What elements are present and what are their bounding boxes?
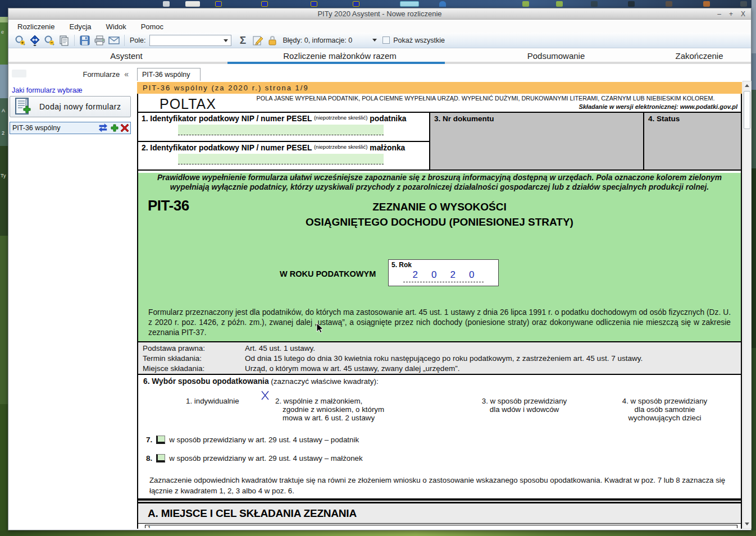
- row-8-checkbox[interactable]: [156, 454, 165, 462]
- desktop-text-fragment: Ty: [1, 173, 6, 178]
- edit-icon[interactable]: [251, 34, 265, 47]
- menu-widok[interactable]: Widok: [106, 22, 126, 31]
- option-3-wdowy[interactable]: 3. w sposób przewidziany dla wdów i wdow…: [472, 397, 576, 414]
- errors-dropdown-icon[interactable]: [372, 39, 377, 42]
- nr-dokumentu-field: 3. Nr dokumentu: [429, 113, 643, 169]
- desktop-text-fragment: 2: [2, 130, 4, 136]
- window-title: PITy 2020 Asystent - Nowe rozliczenie: [317, 10, 441, 18]
- menu-pomoc[interactable]: Pomoc: [141, 22, 163, 31]
- form-scrollbar[interactable]: [743, 81, 752, 529]
- nip-pesel-podatnika-label: 1. Identyfikator podatkowy NIP / numer P…: [138, 113, 429, 123]
- clipped-next-row: 1.: [138, 524, 741, 528]
- legal-section: Podstawa prawna:Art. 45 ust. 1 ustawy. T…: [138, 341, 741, 374]
- legal-value: Urząd, o którym mowa w art. 45 ustawy, z…: [245, 364, 741, 374]
- save-icon[interactable]: [78, 34, 92, 47]
- add-form-button[interactable]: Dodaj nowy formularz: [10, 96, 131, 117]
- desktop-shortcut-icon[interactable]: [628, 1, 635, 7]
- desktop-shortcut-icon[interactable]: [556, 1, 563, 7]
- show-all-label: Pokaż wszystkie: [393, 36, 445, 44]
- lock-icon[interactable]: [265, 34, 280, 47]
- scroll-up-icon[interactable]: [743, 81, 751, 90]
- tab-rozliczenie-malzonkow[interactable]: Rozliczenie małżonków razem: [250, 50, 430, 61]
- menu-rozliczenie[interactable]: Rozliczenie: [17, 22, 54, 31]
- desktop-shortcut-icon[interactable]: [522, 1, 529, 7]
- desktop-shortcut-icon[interactable]: [439, 1, 446, 7]
- close-button[interactable]: X: [741, 11, 745, 17]
- swap-form-icon[interactable]: [98, 123, 109, 132]
- zoom-actual-size-icon[interactable]: [28, 34, 42, 47]
- desktop-shortcut-icon[interactable]: [261, 1, 268, 7]
- add-icon[interactable]: [110, 123, 119, 132]
- option-4-samotni[interactable]: 4. w sposób przewidziany dla osób samotn…: [613, 397, 717, 422]
- legal-label: Miejsce składania:: [138, 364, 245, 374]
- desktop-shortcut-icon[interactable]: [591, 1, 598, 7]
- desktop-shortcut-icon[interactable]: [215, 1, 222, 7]
- form-header-note2: Składanie w wersji elektronicznej: www.p…: [579, 103, 737, 110]
- desktop-shortcut-icon[interactable]: [185, 1, 200, 7]
- nip-pesel-malzonka-input[interactable]: [178, 154, 384, 164]
- desktop-shortcut-icon[interactable]: [400, 1, 419, 7]
- identification-section: 1. Identyfikator podatkowy NIP / numer P…: [138, 113, 741, 171]
- toolbar: Pole: Σ Błędy: 0, informacje: 0 Pokaż ws…: [8, 33, 751, 48]
- nip-pesel-podatnika-input[interactable]: [178, 125, 384, 135]
- year-value[interactable]: 2 0 2 0: [403, 269, 484, 282]
- desktop-shortcut-icon[interactable]: [740, 1, 747, 7]
- print-icon[interactable]: [92, 34, 107, 47]
- sum-icon[interactable]: Σ: [236, 34, 251, 47]
- section-a-header: A. MIEJSCE I CEL SKŁADANIA ZEZNANIA: [138, 503, 741, 524]
- desktop-left-strip: e A 2 Ty: [0, 0, 8, 536]
- form-document-tab[interactable]: PIT-36 wspólny: [137, 68, 201, 81]
- status-field: 4. Status: [643, 113, 741, 169]
- row-8: 8. w sposób przewidziany w art. 29 ust. …: [146, 454, 363, 462]
- clipped-row-label: 1.: [145, 525, 737, 528]
- app-window: PITy 2020 Asystent - Nowe rozliczenie – …: [8, 8, 752, 530]
- which-form-link[interactable]: Jaki formularz wybraæ: [12, 86, 83, 94]
- titlebar[interactable]: PITy 2020 Asystent - Nowe rozliczenie – …: [8, 8, 751, 20]
- desktop-shortcut-icon[interactable]: [311, 1, 317, 7]
- form-list-item-pit36[interactable]: PIT-36 wspólny: [10, 122, 131, 134]
- pit36-form: POLTAX POLA JASNE WYPEŁNIA PODATNIK, POL…: [137, 94, 742, 529]
- tab-podsumowanie[interactable]: Podsumowanie: [491, 50, 621, 61]
- legal-label: Podstawa prawna:: [138, 343, 245, 354]
- desktop-shortcut-icon[interactable]: [163, 1, 170, 7]
- sidebar-ghost-icon: [12, 70, 26, 77]
- mail-icon[interactable]: [107, 34, 121, 47]
- desktop-shortcut-icon[interactable]: [703, 1, 710, 7]
- desktop-text-fragment: A: [2, 108, 5, 113]
- scroll-down-icon[interactable]: [743, 520, 751, 528]
- form-list-item-label: PIT-36 wspólny: [10, 124, 98, 132]
- section6-heading: 6. Wybór sposobu opodatkowania (zaznaczy…: [138, 375, 741, 386]
- poltax-logo: POLTAX: [160, 96, 216, 112]
- taxation-method-section: 6. Wybór sposobu opodatkowania (zaznaczy…: [138, 374, 741, 498]
- form-header: POLTAX POLA JASNE WYPEŁNIA PODATNIK, POL…: [138, 94, 741, 113]
- delete-icon[interactable]: [120, 123, 129, 132]
- tab-zakonczenie[interactable]: Zakończenie: [649, 50, 750, 61]
- show-all-checkbox[interactable]: [382, 36, 390, 44]
- desktop-text-fragment: e: [1, 29, 4, 35]
- desktop-shortcut-icon[interactable]: [666, 1, 672, 7]
- option-1-indywidualnie[interactable]: 1. indywidualnie: [186, 397, 239, 405]
- copy-pages-icon[interactable]: [57, 34, 71, 47]
- menu-edycja[interactable]: Edycja: [69, 22, 91, 31]
- row-7-checkbox[interactable]: [156, 436, 165, 444]
- section-a-title: A. MIEJSCE I CEL SKŁADANIA ZEZNANIA: [138, 507, 357, 520]
- sidebar-header: Formularze: [83, 70, 120, 79]
- chevron-down-icon: [224, 39, 228, 42]
- year-box[interactable]: 5. Rok 2 0 2 0: [388, 259, 499, 286]
- form-info-text: Prawidłowe wypełnienie formularza ułatwi…: [148, 173, 731, 192]
- zoom-in-icon[interactable]: [13, 34, 28, 47]
- scrollbar-thumb[interactable]: [744, 91, 750, 129]
- sidebar-formularze: Formularze « Jaki formularz wybraæ Dodaj…: [8, 64, 133, 528]
- tax-year-label: W ROKU PODATKOWYM: [280, 269, 376, 278]
- collapse-sidebar-icon[interactable]: «: [124, 70, 129, 79]
- minimize-button[interactable]: –: [717, 11, 721, 17]
- pole-combobox[interactable]: [149, 35, 231, 46]
- form-title-line1: ZEZNANIE O WYSOKOŚCI: [138, 200, 741, 215]
- maximize-button[interactable]: +: [729, 11, 733, 17]
- tab-asystent[interactable]: Asystent: [70, 50, 183, 61]
- desktop-right-strip: 19 02: [752, 0, 756, 536]
- option-2-wspolnie[interactable]: 2. wspólnie z małżonkiem, zgodnie z wnio…: [275, 397, 388, 422]
- form-title-line2: OSIĄGNIĘTEGO DOCHODU (PONIESIONEJ STRATY…: [138, 215, 741, 230]
- desktop-shortcut-icon[interactable]: [353, 1, 359, 7]
- zoom-out-icon[interactable]: [42, 34, 57, 47]
